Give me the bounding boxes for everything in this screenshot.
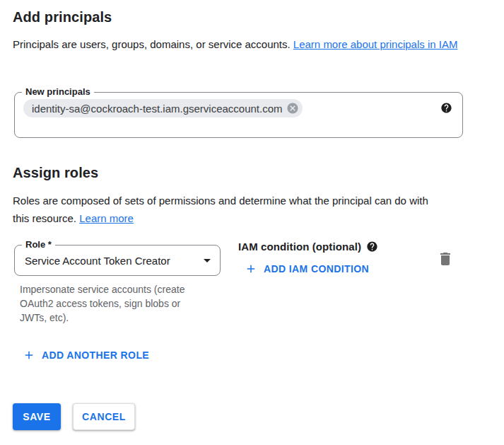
add-iam-condition-label: ADD IAM CONDITION: [264, 263, 369, 274]
role-helper-text: Impersonate service accounts (create OAu…: [20, 282, 207, 325]
plus-icon: [23, 349, 35, 362]
delete-role-button[interactable]: [435, 249, 455, 269]
add-another-role-label: ADD ANOTHER ROLE: [42, 349, 149, 361]
add-another-role-button[interactable]: ADD ANOTHER ROLE: [23, 349, 149, 362]
add-iam-condition-button[interactable]: ADD IAM CONDITION: [245, 262, 369, 275]
principals-description: Principals are users, groups, domains, o…: [13, 35, 459, 53]
iam-condition-help-button[interactable]: [366, 241, 378, 253]
roles-description: Roles are composed of sets of permission…: [13, 192, 437, 227]
add-principals-panel: Add principals Principals are users, gro…: [0, 0, 504, 445]
iam-condition-label: IAM condition (optional): [238, 241, 361, 253]
principal-chip: identity-sa@cockroach-test.iam.gservicea…: [23, 99, 303, 117]
learn-more-principals-link[interactable]: Learn more about principals in IAM: [293, 38, 458, 50]
save-button[interactable]: SAVE: [13, 403, 61, 430]
new-principals-field[interactable]: New principals identity-sa@cockroach-tes…: [14, 92, 463, 138]
cancel-button[interactable]: CANCEL: [73, 403, 135, 430]
learn-more-roles-link[interactable]: Learn more: [79, 212, 134, 224]
close-circle-icon: [286, 102, 299, 115]
principal-chip-value: identity-sa@cockroach-test.iam.gservicea…: [32, 103, 283, 115]
iam-condition-label-row: IAM condition (optional): [238, 241, 378, 253]
trash-icon: [437, 250, 454, 267]
plus-icon: [245, 262, 257, 275]
help-circle-icon: [440, 102, 452, 114]
principals-help-button[interactable]: [440, 102, 452, 114]
caret-down-icon: [199, 252, 216, 272]
chip-remove-button[interactable]: [286, 102, 299, 115]
assign-roles-heading: Assign roles: [13, 165, 98, 181]
roles-description-text: Roles are composed of sets of permission…: [13, 195, 428, 224]
principals-description-text: Principals are users, groups, domains, o…: [13, 38, 293, 50]
add-principals-heading: Add principals: [13, 9, 112, 25]
help-circle-icon: [366, 241, 378, 253]
new-principals-label: New principals: [22, 86, 94, 98]
role-select[interactable]: Role * Service Account Token Creator: [14, 245, 221, 276]
role-selected-value: Service Account Token Creator: [25, 245, 170, 275]
